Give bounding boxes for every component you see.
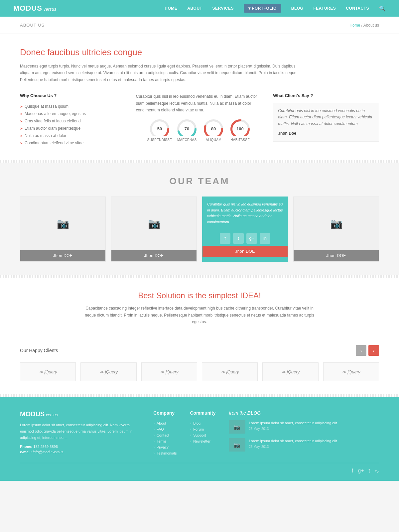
gauge-label: HABITASSE	[228, 138, 252, 142]
footer-email: e-mail: info@modu.versus	[20, 450, 140, 454]
search-icon[interactable]: 🔍	[379, 5, 386, 12]
footer-grid: MODUS versus Lorem ipsum dolor sit amet,…	[20, 410, 379, 456]
blog-post-text: Lorem ipsum dolor sit amet, consectetur …	[249, 438, 337, 444]
testimonial-col: What Client's Say ? Curabitur quis nisl …	[273, 93, 379, 147]
logo-modus: MODUS	[13, 4, 42, 13]
list-item: ➤Etiam auctor diam pellentesque	[20, 125, 126, 132]
list-item: ➤Condimentum eleifend vitae vitae	[20, 139, 126, 147]
gauges-row: 50 SUSPENDISSE 70 MAECENAS	[136, 117, 263, 142]
gauge-label: MAECENAS	[175, 138, 199, 142]
blog-thumb: 📷	[229, 420, 245, 434]
footer-link-terms[interactable]: Terms	[153, 438, 177, 444]
googleplus-social-icon[interactable]: g+	[358, 468, 364, 474]
team-bio-text: Curabitur quis nisl in leo euismod venen…	[207, 202, 283, 224]
three-col-section: Why Choose Us ? ➤Quisque at massa ipsum …	[20, 93, 379, 147]
team-bio: Curabitur quis nisl in leo euismod venen…	[202, 197, 288, 229]
twitter-icon[interactable]: t	[233, 233, 244, 244]
svg-text:80: 80	[211, 126, 216, 131]
team-card: 📷 Jhon DOE	[293, 197, 379, 262]
facebook-social-icon[interactable]: f	[352, 468, 353, 474]
client-logo: ❧jQuery	[141, 362, 197, 381]
list-item: ➤Nulla ac massa at dolor	[20, 132, 126, 139]
footer-link-newsletter[interactable]: Newsletter	[190, 438, 215, 444]
footer: MODUS versus Lorem ipsum dolor sit amet,…	[0, 397, 399, 481]
image-placeholder-icon: 📷	[57, 218, 69, 229]
footer-brand: MODUS versus Lorem ipsum dolor sit amet,…	[20, 410, 140, 456]
svg-text:50: 50	[157, 126, 162, 131]
separator	[0, 160, 399, 163]
nav-about[interactable]: ABOUT	[187, 6, 202, 11]
linkedin-icon[interactable]: in	[260, 233, 270, 244]
team-name-button[interactable]: Jhon DOE	[20, 250, 105, 261]
team-card-active: Curabitur quis nisl in leo euismod venen…	[202, 197, 288, 262]
team-photo: 📷	[111, 197, 197, 250]
arrow-icon: ➤	[20, 134, 23, 138]
about-title: Donec faucibus ultricies congue	[20, 47, 379, 58]
image-icon: 📷	[234, 442, 240, 448]
breadcrumb-links: Home / About us	[349, 23, 379, 28]
clients-title: Our Happy Clients	[20, 348, 58, 353]
separator-3	[0, 394, 399, 397]
gauge-habitasse: 100 HABITASSE	[228, 117, 252, 142]
separator-2	[0, 275, 399, 278]
footer-community-list: Blog Forum Support Newsletter	[190, 420, 215, 444]
arrow-icon: ➤	[20, 119, 23, 123]
list-item: ➤Quisque at massa ipsum	[20, 103, 126, 110]
footer-link-support[interactable]: Support	[190, 432, 215, 438]
footer-link-privacy[interactable]: Privacy	[153, 444, 177, 450]
footer-company-heading: Company	[153, 410, 177, 416]
clients-section: Our Happy Clients ‹ › ❧jQuery ❧jQuery ❧j…	[0, 338, 399, 394]
footer-link-testimonials[interactable]: Testimonials	[153, 450, 177, 456]
team-name-button-active[interactable]: Jhon DOE	[202, 246, 288, 257]
blog-post-text: Lorem ipsum dolor sit amet, consectetur …	[249, 420, 337, 426]
rss-social-icon[interactable]: ∿	[375, 468, 379, 474]
footer-bottom: f g+ t ∿	[20, 463, 379, 474]
footer-link-contact[interactable]: Contact	[153, 432, 177, 438]
gauge-suspendisse: 50 SUSPENDISSE	[147, 117, 172, 142]
nav-portfolio[interactable]: ▾ PORTFOLIO	[244, 4, 281, 13]
list-item: ➤Cras vitae felis at lacus eleifend	[20, 117, 126, 125]
footer-company-col: Company About FAQ Contact Terms Privacy …	[153, 410, 177, 456]
image-icon: 📷	[234, 424, 240, 430]
twitter-social-icon[interactable]: t	[369, 468, 370, 474]
footer-blog-heading: from the BLOG	[229, 410, 379, 416]
client-logo: ❧jQuery	[202, 362, 258, 381]
nav-blog[interactable]: BLOG	[291, 6, 304, 11]
nav-services[interactable]: SERVICES	[212, 6, 233, 11]
nav-home[interactable]: HOME	[165, 6, 177, 11]
client-logo: ❧jQuery	[20, 362, 76, 381]
client-logo: ❧jQuery	[262, 362, 318, 381]
footer-link-forum[interactable]: Forum	[190, 426, 215, 432]
main-content: Donec faucibus ultricies congue Maecenas…	[0, 34, 399, 160]
footer-link-faq[interactable]: FAQ	[153, 426, 177, 432]
nav-features[interactable]: FEATURES	[313, 6, 336, 11]
blog-post-date: 26 May, 2013	[249, 445, 337, 449]
why-heading: Why Choose Us ?	[20, 93, 126, 98]
team-card: 📷 Jhon DOE	[20, 197, 106, 262]
footer-phone: Phone: 182 2569 5896	[20, 445, 140, 449]
blog-post-content: Lorem ipsum dolor sit amet, consectetur …	[249, 420, 337, 434]
footer-link-blog[interactable]: Blog	[190, 420, 215, 426]
nav-contacts[interactable]: CONTACTS	[346, 6, 369, 11]
client-logo: ❧jQuery	[323, 362, 379, 381]
team-photo: 📷	[294, 197, 379, 250]
gauge-svg: 100	[228, 117, 252, 136]
why-choose-col: Why Choose Us ? ➤Quisque at massa ipsum …	[20, 93, 126, 147]
client-logo: ❧jQuery	[80, 362, 136, 381]
breadcrumb-home[interactable]: Home	[349, 23, 360, 28]
header: MODUS versus HOME ABOUT SERVICES ▾ PORTF…	[0, 0, 399, 17]
svg-text:70: 70	[185, 126, 189, 131]
googleplus-icon[interactable]: g+	[246, 233, 257, 244]
footer-blog-col: from the BLOG 📷 Lorem ipsum dolor sit am…	[229, 410, 379, 456]
solution-section: Best Solution is the simplest IDEA! Capa…	[0, 278, 399, 338]
team-section: OUR TEAM 📷 Jhon DOE 📷 Jhon DOE Curabitur…	[0, 163, 399, 275]
clients-next-button[interactable]: ›	[368, 345, 379, 356]
clients-prev-button[interactable]: ‹	[356, 345, 366, 356]
team-name-button[interactable]: Jhon DOE	[111, 250, 197, 261]
team-name-button[interactable]: Jhon DOE	[294, 250, 379, 261]
gauge-svg: 80	[202, 117, 225, 136]
facebook-icon[interactable]: f	[220, 233, 230, 244]
footer-community-col: Community Blog Forum Support Newsletter	[190, 410, 215, 456]
footer-desc: Lorem ipsum dolor sit amet, consectetur …	[20, 422, 140, 441]
footer-link-about[interactable]: About	[153, 420, 177, 426]
